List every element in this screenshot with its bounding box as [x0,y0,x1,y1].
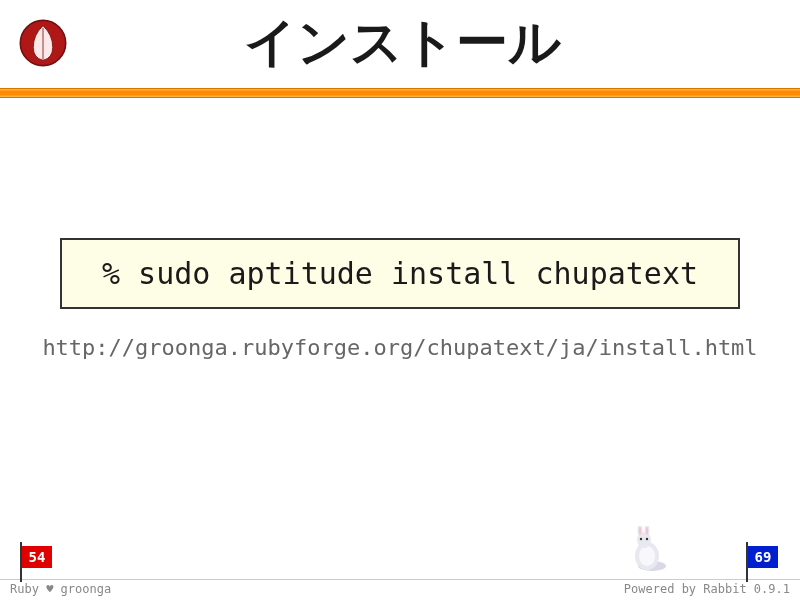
slide-content: % sudo aptitude install chupatext http:/… [0,98,800,360]
footer-baseline [0,579,800,580]
credit-right: Powered by Rabbit 0.9.1 [624,582,790,596]
credit-left: Ruby ♥ groonga [10,582,111,596]
credit-prefix: Ruby [10,582,46,596]
slide-header: インストール [0,0,800,88]
total-slides-flag: 69 [748,546,778,568]
credit-suffix: groonga [53,582,111,596]
svg-point-11 [640,538,642,540]
svg-point-5 [639,546,655,566]
current-slide-flag: 54 [22,546,52,568]
page-title: インストール [90,8,714,78]
ruby-logo-icon [16,16,70,70]
rabbit-icon [624,526,670,578]
svg-point-10 [646,527,648,535]
header-divider [0,88,800,98]
svg-point-12 [646,538,648,540]
reference-url: http://groonga.rubyforge.org/chupatext/j… [40,335,760,360]
svg-point-9 [639,527,641,535]
install-command: % sudo aptitude install chupatext [60,238,740,309]
